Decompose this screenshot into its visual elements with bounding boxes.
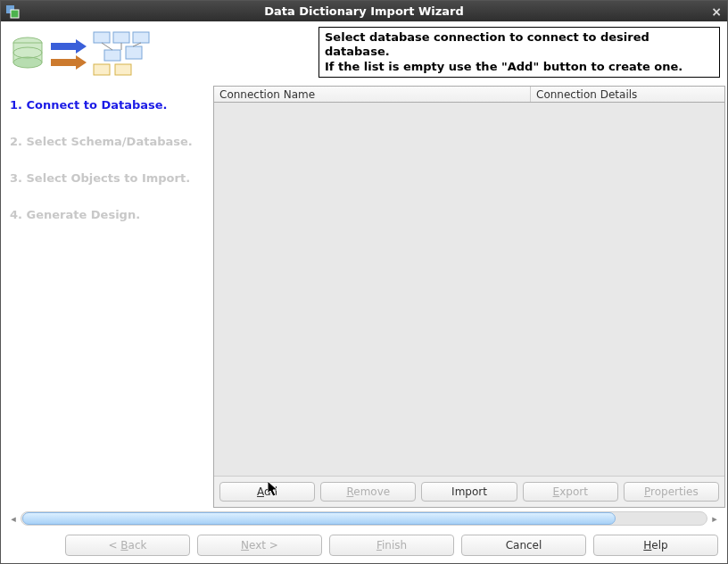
col-connection-details[interactable]: Connection Details <box>531 87 724 102</box>
grid-body[interactable] <box>214 103 724 476</box>
step-1: 1. Connect to Database. <box>10 98 204 112</box>
properties-button[interactable]: Properties <box>624 482 719 502</box>
step-2: 2. Select Schema/Database. <box>10 135 204 148</box>
svg-marker-6 <box>51 39 87 54</box>
main-panel: Connection Name Connection Details Add R… <box>213 86 725 508</box>
header-strip: Select database connection to connect to… <box>1 21 727 86</box>
svg-rect-8 <box>94 32 110 43</box>
grid-header: Connection Name Connection Details <box>214 87 724 103</box>
wizard-body: 1. Connect to Database. 2. Select Schema… <box>1 86 727 508</box>
instruction-box: Select database connection to connect to… <box>318 27 720 78</box>
footer-buttons: < Back Next > Finish Cancel Help <box>1 529 727 563</box>
window-title: Data Dictionary Import Wizard <box>1 4 727 18</box>
horizontal-scrollbar[interactable]: ◂ ▸ <box>6 511 722 526</box>
wizard-illustration <box>8 27 302 80</box>
wizard-window: Data Dictionary Import Wizard × <box>0 0 728 564</box>
next-button[interactable]: Next > <box>197 535 322 556</box>
step-3: 3. Select Objects to Import. <box>10 171 204 185</box>
svg-rect-13 <box>94 64 110 75</box>
svg-marker-7 <box>51 55 87 70</box>
svg-line-17 <box>133 43 141 46</box>
scroll-right-icon[interactable]: ▸ <box>707 511 722 526</box>
scroll-left-icon[interactable]: ◂ <box>6 511 21 526</box>
svg-rect-10 <box>133 32 149 43</box>
svg-rect-9 <box>113 32 129 43</box>
remove-button[interactable]: Remove <box>320 482 416 502</box>
titlebar: Data Dictionary Import Wizard × <box>1 1 727 21</box>
svg-line-15 <box>102 43 112 50</box>
instruction-line1: Select database connection to connect to… <box>325 30 714 60</box>
svg-rect-12 <box>126 46 142 59</box>
cancel-button[interactable]: Cancel <box>461 535 586 556</box>
add-button[interactable]: Add <box>219 482 315 502</box>
steps-sidebar: 1. Connect to Database. 2. Select Schema… <box>4 86 213 508</box>
svg-rect-14 <box>115 64 131 75</box>
export-button[interactable]: Export <box>523 482 618 502</box>
svg-rect-11 <box>104 50 120 61</box>
help-button[interactable]: Help <box>593 535 718 556</box>
instruction-line2: If the list is empty use the "Add" butto… <box>325 60 714 74</box>
back-button[interactable]: < Back <box>65 535 190 556</box>
svg-point-4 <box>13 57 42 68</box>
col-connection-name[interactable]: Connection Name <box>214 87 531 102</box>
import-button[interactable]: Import <box>421 482 517 502</box>
finish-button[interactable]: Finish <box>329 535 454 556</box>
connection-buttons: Add Remove Import Export Properties <box>214 476 724 507</box>
scroll-thumb[interactable] <box>22 512 616 525</box>
step-4: 4. Generate Design. <box>10 208 204 221</box>
